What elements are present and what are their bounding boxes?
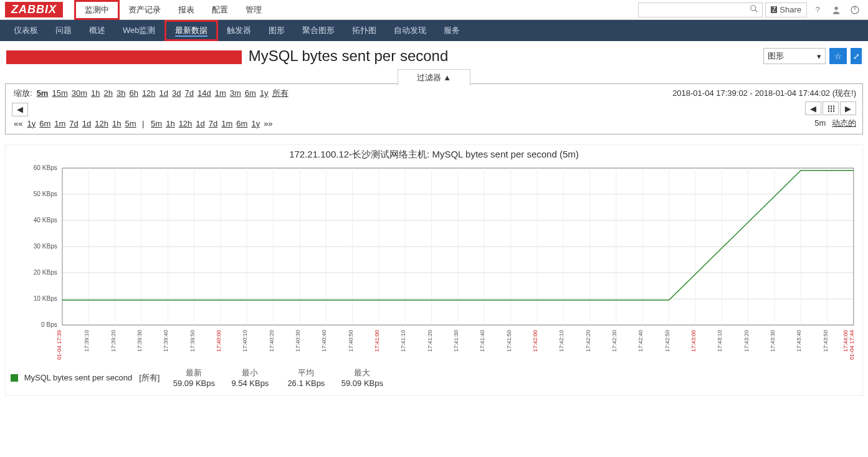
- arrow-group: ◀ ┇┇┇ ▶: [805, 101, 856, 115]
- hist-suffix: »»: [264, 119, 272, 128]
- legend-avg-label: 平均: [298, 367, 314, 379]
- svg-text:17:40:10: 17:40:10: [242, 330, 248, 352]
- topnav-item-4[interactable]: 管理: [237, 0, 270, 20]
- legend-max-label: 最大: [354, 367, 370, 379]
- zoom-option-3m[interactable]: 3m: [230, 88, 241, 98]
- legend-min: 最小 9.54 KBps: [228, 367, 272, 388]
- zoom-option-3d[interactable]: 3d: [172, 88, 181, 98]
- topnav-item-3[interactable]: 配置: [203, 0, 237, 20]
- svg-text:17:41:30: 17:41:30: [453, 330, 459, 352]
- filter-toggle[interactable]: 过滤器 ▲: [398, 69, 470, 86]
- zoom-option-所有[interactable]: 所有: [272, 88, 289, 98]
- zoom-option-15m[interactable]: 15m: [52, 88, 67, 98]
- svg-text:17:41:50: 17:41:50: [506, 330, 512, 352]
- hist-link-1-7d[interactable]: 7d: [209, 119, 217, 128]
- zoom-option-7d[interactable]: 7d: [185, 88, 194, 98]
- svg-text:17:39:30: 17:39:30: [136, 330, 143, 352]
- topnav-item-1[interactable]: 资产记录: [120, 0, 169, 20]
- hist-link-0-5m[interactable]: 5m: [125, 119, 136, 128]
- help-icon[interactable]: ?: [809, 2, 826, 18]
- subnav-item-9[interactable]: 自动发现: [385, 20, 435, 41]
- favorite-button[interactable]: ☆: [829, 48, 847, 64]
- svg-text:01-04 17:39: 01-04 17:39: [56, 330, 62, 360]
- zoom-option-30m[interactable]: 30m: [72, 88, 87, 98]
- view-mode-select[interactable]: 图形 ▾: [763, 48, 826, 64]
- svg-text:17:41:10: 17:41:10: [400, 330, 406, 352]
- svg-text:17:41:40: 17:41:40: [479, 330, 485, 352]
- topnav-item-0[interactable]: 监测中: [74, 0, 120, 20]
- share-button[interactable]: Z Share: [765, 2, 807, 17]
- zoom-option-12h[interactable]: 12h: [142, 88, 156, 98]
- hist-link-1-1y[interactable]: 1y: [251, 119, 260, 128]
- zoom-option-14d[interactable]: 14d: [198, 88, 211, 98]
- time-control-left: ◀ ««1y6m1m7d1d12h1h5m | 5m1h12h1d7d1m6m1…: [12, 103, 275, 128]
- right-meta-duration[interactable]: 5m: [814, 118, 826, 128]
- hist-link-1-1m[interactable]: 1m: [221, 119, 232, 128]
- legend-series-suffix: [所有]: [139, 373, 160, 382]
- hist-link-1-5m[interactable]: 5m: [151, 119, 162, 128]
- hist-link-0-1h[interactable]: 1h: [112, 119, 121, 128]
- hist-link-0-12h[interactable]: 12h: [95, 119, 108, 128]
- subnav-item-4[interactable]: 最新数据: [165, 20, 218, 41]
- chart-container: 172.21.100.12-长沙测试网络主机: MySQL bytes sent…: [5, 144, 863, 396]
- svg-text:60 KBps: 60 KBps: [34, 164, 57, 171]
- expand-icon: ⤢: [853, 52, 860, 61]
- logo[interactable]: ZABBIX: [5, 2, 63, 17]
- svg-text:17:39:40: 17:39:40: [163, 330, 169, 352]
- time-control-panel: 缩放:5m15m30m1h2h3h6h12h1d3d7d14d1m3m6m1y所…: [5, 83, 863, 134]
- svg-text:17:40:20: 17:40:20: [269, 330, 275, 352]
- prev-arrow-button[interactable]: ◀: [12, 103, 28, 116]
- zabbix-icon: Z: [771, 6, 777, 13]
- step-back-button[interactable]: ◀: [805, 101, 821, 115]
- subnav-item-2[interactable]: 概述: [80, 20, 114, 41]
- zoom-option-1y[interactable]: 1y: [260, 88, 269, 98]
- subnav-item-0[interactable]: 仪表板: [5, 20, 47, 41]
- zoom-option-5m[interactable]: 5m: [37, 88, 49, 98]
- user-icon[interactable]: [828, 2, 844, 18]
- fullscreen-button[interactable]: ⤢: [851, 48, 862, 64]
- hist-sep: |: [140, 119, 147, 128]
- hist-link-1-1d[interactable]: 1d: [196, 119, 204, 128]
- view-mode-label: 图形: [768, 50, 784, 62]
- svg-text:17:43:10: 17:43:10: [717, 330, 723, 352]
- hist-link-1-12h[interactable]: 12h: [179, 119, 193, 128]
- subnav-item-10[interactable]: 服务: [435, 20, 469, 41]
- hist-link-0-7d[interactable]: 7d: [69, 119, 78, 128]
- zoom-option-6h[interactable]: 6h: [129, 88, 138, 98]
- legend-row: MySQL bytes sent per second [所有] 最新 59.0…: [6, 364, 862, 392]
- step-fwd-button[interactable]: ▶: [840, 101, 856, 115]
- svg-text:17:44:00: 17:44:00: [842, 330, 849, 352]
- subnav-item-8[interactable]: 拓扑图: [343, 20, 385, 41]
- hist-link-0-1d[interactable]: 1d: [82, 119, 91, 128]
- subnav-item-5[interactable]: 触发器: [218, 20, 260, 41]
- zoom-label: 缩放:: [14, 88, 32, 98]
- hist-link-0-1m[interactable]: 1m: [54, 119, 65, 128]
- logout-icon[interactable]: [847, 2, 863, 18]
- zoom-option-1m[interactable]: 1m: [215, 88, 226, 98]
- hist-link-0-6m[interactable]: 6m: [39, 119, 50, 128]
- chevron-down-icon: ▾: [817, 52, 821, 61]
- zoom-option-6m[interactable]: 6m: [245, 88, 256, 98]
- subnav-item-1[interactable]: 问题: [47, 20, 80, 41]
- hist-link-1-6m[interactable]: 6m: [236, 119, 247, 128]
- right-meta-mode[interactable]: 动态的: [832, 118, 856, 128]
- subnav-item-7[interactable]: 聚合图形: [293, 20, 343, 41]
- search-input[interactable]: [638, 2, 763, 17]
- top-nav-left: ZABBIX 监测中资产记录报表配置管理: [5, 0, 270, 19]
- zoom-option-1d[interactable]: 1d: [160, 88, 168, 98]
- topnav-item-2[interactable]: 报表: [169, 0, 203, 20]
- hist-link-0-1y[interactable]: 1y: [27, 119, 36, 128]
- legend-avg: 平均 26.1 KBps: [284, 367, 328, 388]
- center-button[interactable]: ┇┇┇: [823, 101, 839, 115]
- search-icon: [750, 4, 758, 15]
- chart-area: 0 Bps10 KBps20 KBps30 KBps40 KBps50 KBps…: [6, 164, 862, 364]
- subnav-item-6[interactable]: 图形: [260, 20, 293, 41]
- hist-link-1-1h[interactable]: 1h: [166, 119, 174, 128]
- zoom-option-3h[interactable]: 3h: [117, 88, 125, 98]
- subnav-item-3[interactable]: Web监测: [114, 20, 165, 41]
- svg-line-1: [755, 10, 758, 12]
- zoom-option-1h[interactable]: 1h: [91, 88, 100, 98]
- zoom-option-2h[interactable]: 2h: [103, 88, 112, 98]
- svg-text:01-04 17:44: 01-04 17:44: [849, 330, 855, 360]
- svg-text:17:42:00: 17:42:00: [532, 330, 538, 352]
